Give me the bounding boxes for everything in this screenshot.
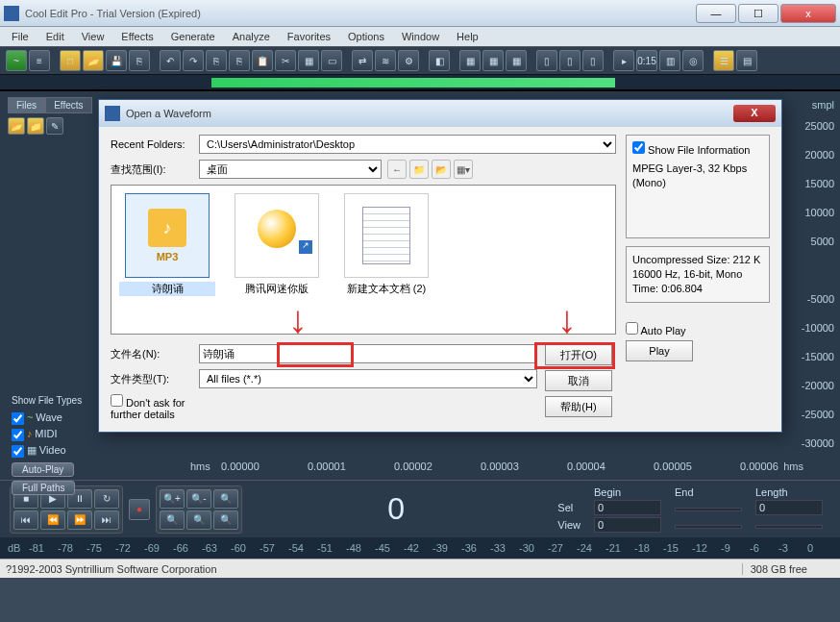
dont-ask-checkbox[interactable]: Don't ask for further details bbox=[111, 394, 193, 420]
save-all-icon[interactable]: ⎘ bbox=[129, 50, 150, 71]
show-info-checkbox[interactable]: Show File Information bbox=[632, 144, 750, 156]
cd-icon[interactable]: ◎ bbox=[682, 50, 704, 71]
dialog-title: Open a Waveform bbox=[126, 108, 733, 119]
settings-icon[interactable]: ⚙ bbox=[398, 50, 419, 71]
sample-icon[interactable]: ≋ bbox=[375, 50, 396, 71]
dialog-icon bbox=[105, 106, 120, 121]
new-folder-icon[interactable]: 📂 bbox=[432, 160, 451, 179]
filetype-wave[interactable]: ~ Wave bbox=[12, 410, 82, 426]
qq-icon bbox=[258, 210, 296, 248]
maximize-button[interactable]: ☐ bbox=[738, 4, 778, 23]
file-item-txt[interactable]: 新建文本文档 (2) bbox=[338, 193, 434, 326]
record-button[interactable]: ● bbox=[129, 499, 150, 520]
lookin-select[interactable]: 桌面 bbox=[199, 160, 382, 179]
app-icon bbox=[4, 6, 19, 21]
redo-icon[interactable]: ↷ bbox=[183, 50, 204, 71]
cancel-button[interactable]: 取消 bbox=[545, 370, 612, 391]
grid3-icon[interactable]: ▦ bbox=[506, 50, 527, 71]
skip-start-button[interactable]: ⏮ bbox=[13, 510, 38, 530]
zoom-out-icon[interactable]: 🔍- bbox=[186, 489, 211, 509]
menu-view[interactable]: View bbox=[74, 29, 112, 44]
panel-close-icon[interactable]: 📁 bbox=[27, 117, 44, 135]
dock2-icon[interactable]: ▯ bbox=[559, 50, 581, 71]
paste-icon[interactable]: 📋 bbox=[252, 50, 273, 71]
zoom-left-icon[interactable]: 🔍 bbox=[186, 510, 211, 530]
autoplay-button[interactable]: Auto-Play bbox=[12, 462, 74, 477]
filename-input[interactable] bbox=[199, 344, 537, 363]
undo-icon[interactable]: ↶ bbox=[160, 50, 181, 71]
minimize-button[interactable]: — bbox=[696, 4, 736, 23]
tab-files[interactable]: Files bbox=[8, 97, 45, 113]
lookin-label: 查找范围(I): bbox=[111, 162, 193, 177]
time-format-icon[interactable]: 0:15 bbox=[636, 50, 657, 71]
zoom-sel-icon[interactable]: 🔍 bbox=[160, 510, 185, 530]
uncompressed-size: Uncompressed Size: 212 K bbox=[632, 253, 763, 267]
back-icon[interactable]: ← bbox=[387, 160, 407, 179]
dialog-close-button[interactable]: X bbox=[733, 105, 776, 122]
up-folder-icon[interactable]: 📁 bbox=[409, 160, 429, 179]
save-icon[interactable]: 💾 bbox=[106, 50, 127, 71]
filetype-video[interactable]: ▦ Video bbox=[12, 442, 82, 459]
menu-file[interactable]: File bbox=[4, 29, 37, 44]
rewind-button[interactable]: ⏪ bbox=[40, 510, 65, 530]
window-titlebar: Cool Edit Pro - Trial Version (Expired) … bbox=[0, 0, 840, 27]
play-button-dialog[interactable]: Play bbox=[626, 340, 693, 361]
trim-icon[interactable]: ▭ bbox=[321, 50, 342, 71]
waveform-view-icon[interactable]: ~ bbox=[6, 50, 27, 71]
recent-folders-label: Recent Folders: bbox=[111, 138, 193, 150]
autoplay-checkbox[interactable]: Auto Play bbox=[626, 325, 686, 336]
help-button[interactable]: 帮助(H) bbox=[545, 396, 612, 417]
open-button[interactable]: 打开(O) bbox=[545, 344, 612, 365]
dock3-icon[interactable]: ▯ bbox=[582, 50, 604, 71]
menu-help[interactable]: Help bbox=[449, 29, 486, 44]
transport-bar: ■ ▶ ⏸ ↻ ⏮ ⏪ ⏩ ⏭ ● 🔍+ 🔍- 🔍 🔍 🔍 🔍 0 BeginE… bbox=[0, 480, 840, 537]
zoom-controls: 🔍+ 🔍- 🔍 🔍 🔍 🔍 bbox=[156, 485, 242, 534]
grid-icon[interactable]: ▦ bbox=[459, 50, 481, 71]
menu-options[interactable]: Options bbox=[340, 29, 392, 44]
grid2-icon[interactable]: ▦ bbox=[482, 50, 504, 71]
scripts-icon[interactable]: ☰ bbox=[713, 50, 734, 71]
spectral-icon[interactable]: ◧ bbox=[429, 50, 450, 71]
panel-open-icon[interactable]: 📂 bbox=[8, 117, 25, 135]
open-waveform-dialog: Open a Waveform X Recent Folders: C:\Use… bbox=[98, 99, 782, 433]
menu-generate[interactable]: Generate bbox=[163, 29, 223, 44]
music-icon: ♪ bbox=[148, 209, 186, 247]
mix-paste-icon[interactable]: ▦ bbox=[298, 50, 319, 71]
text-file-icon bbox=[362, 207, 410, 264]
convert-icon[interactable]: ⇄ bbox=[352, 50, 373, 71]
view-menu-icon[interactable]: ▦▾ bbox=[454, 160, 473, 179]
open-file-icon[interactable]: 📂 bbox=[83, 50, 104, 71]
skip-end-button[interactable]: ⏭ bbox=[94, 510, 119, 530]
file-item-qq[interactable]: ↗ 腾讯网迷你版 bbox=[229, 193, 325, 326]
bars-icon[interactable]: ▥ bbox=[659, 50, 680, 71]
recent-folders-select[interactable]: C:\Users\Administrator\Desktop bbox=[199, 135, 616, 154]
file-item-mp3[interactable]: ♪MP3 诗朗诵 bbox=[119, 193, 215, 326]
dock1-icon[interactable]: ▯ bbox=[536, 50, 557, 71]
forward-button[interactable]: ⏩ bbox=[67, 510, 92, 530]
batch-icon[interactable]: ▤ bbox=[736, 50, 757, 71]
sample-rate-info: 16000 Hz, 16-bit, Mono bbox=[632, 267, 763, 282]
fullpaths-button[interactable]: Full Paths bbox=[12, 481, 75, 495]
cut-icon[interactable]: ✂ bbox=[275, 50, 296, 71]
tab-effects[interactable]: Effects bbox=[45, 97, 91, 113]
menu-analyze[interactable]: Analyze bbox=[225, 29, 278, 44]
copy-icon[interactable]: ⎘ bbox=[206, 50, 227, 71]
menu-window[interactable]: Window bbox=[394, 29, 447, 44]
zoom-in-icon[interactable]: 🔍+ bbox=[160, 489, 185, 509]
menu-favorites[interactable]: Favorites bbox=[280, 29, 338, 44]
ruler-icon[interactable]: ▸ bbox=[613, 50, 634, 71]
multitrack-view-icon[interactable]: ≡ bbox=[29, 50, 50, 71]
filetype-select[interactable]: All files (*.*) bbox=[199, 369, 537, 388]
copy-new-icon[interactable]: ⎘ bbox=[229, 50, 250, 71]
new-file-icon[interactable]: □ bbox=[60, 50, 81, 71]
filetype-midi[interactable]: ♪ MIDI bbox=[12, 426, 82, 442]
menu-edit[interactable]: Edit bbox=[38, 29, 72, 44]
panel-edit-icon[interactable]: ✎ bbox=[46, 117, 63, 135]
menubar: File Edit View Effects Generate Analyze … bbox=[0, 27, 840, 46]
zoom-full-icon[interactable]: 🔍 bbox=[213, 489, 238, 509]
file-list[interactable]: ♪MP3 诗朗诵 ↗ 腾讯网迷你版 新建文本文档 (2) bbox=[111, 185, 616, 335]
loop-button[interactable]: ↻ bbox=[94, 489, 119, 509]
menu-effects[interactable]: Effects bbox=[113, 29, 161, 44]
zoom-right-icon[interactable]: 🔍 bbox=[213, 510, 238, 530]
close-button[interactable]: x bbox=[780, 4, 836, 23]
